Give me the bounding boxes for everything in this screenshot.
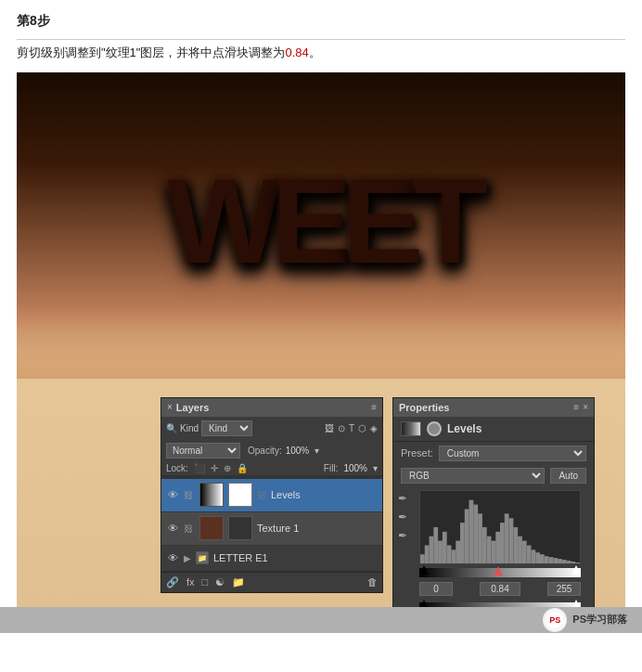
- histogram-svg: [420, 491, 580, 563]
- svg-rect-3: [433, 527, 438, 563]
- layer-group-arrow-icon[interactable]: ▶: [184, 553, 191, 563]
- svg-rect-29: [549, 557, 554, 563]
- svg-rect-21: [513, 527, 518, 563]
- layers-search-row: 🔍 Kind Kind 🖼 ⊙ T ⬡ ◈: [161, 417, 382, 440]
- svg-rect-20: [509, 518, 514, 563]
- layer-texture-link: ⛓: [184, 523, 195, 534]
- preset-row: Preset: Custom: [393, 442, 594, 465]
- svg-rect-0: [420, 554, 425, 563]
- fx-icon[interactable]: fx: [186, 576, 195, 588]
- layer-texture-row[interactable]: 👁 ⛓ Texture 1: [161, 512, 382, 546]
- desc-text-2: 。: [309, 45, 321, 59]
- properties-collapse-icon[interactable]: ≡: [573, 402, 579, 412]
- black-input-handle[interactable]: [419, 565, 429, 575]
- svg-rect-35: [575, 562, 580, 563]
- choc-letter-E2: E: [343, 151, 415, 291]
- layers-title-left: × Layers: [167, 402, 209, 413]
- lock-checkerboard-icon[interactable]: ⬛: [194, 463, 205, 473]
- auto-button[interactable]: Auto: [550, 468, 586, 484]
- output-slider-track: [419, 602, 581, 607]
- properties-icons-right: ≡ ×: [573, 402, 588, 412]
- channel-select[interactable]: RGB: [401, 468, 545, 484]
- layer-icon-adj: ⊙: [338, 423, 345, 433]
- input-max-field[interactable]: [547, 582, 581, 596]
- svg-rect-31: [558, 559, 562, 563]
- layers-title-text: Layers: [176, 402, 209, 413]
- layer-group-row[interactable]: 👁 ▶ 📁 LETTER E1: [161, 546, 382, 572]
- black-eyedropper-icon[interactable]: ✒: [398, 492, 407, 505]
- white-input-handle[interactable]: [571, 565, 581, 575]
- layer-levels-link: ⛓: [184, 490, 195, 500]
- svg-rect-22: [518, 536, 522, 563]
- svg-rect-24: [527, 545, 532, 563]
- chocolate-background: W E E T: [17, 72, 625, 379]
- choc-letter-W: W: [167, 151, 272, 291]
- svg-rect-30: [553, 558, 558, 563]
- fill-dropdown-icon[interactable]: ▾: [373, 463, 378, 473]
- output-levels-area: [419, 602, 581, 607]
- svg-rect-2: [430, 536, 434, 563]
- blend-mode-row: Normal Opacity: 100% ▾: [161, 440, 382, 461]
- layer-levels-mask: [228, 483, 252, 507]
- layer-texture-mask: [228, 516, 252, 540]
- layer-levels-row[interactable]: 👁 ⛓ ⛓ Levels: [161, 479, 382, 512]
- adjustment-icon[interactable]: ☯: [215, 576, 225, 588]
- layers-menu-icon[interactable]: ≡: [371, 402, 377, 412]
- kind-label: Kind: [180, 423, 199, 433]
- properties-title-text: Properties: [399, 402, 449, 413]
- layer-icon-img: 🖼: [325, 423, 334, 433]
- svg-rect-19: [505, 513, 509, 563]
- step-description: 剪切级别调整到"纹理1"图层，并将中点滑块调整为0.84。: [17, 44, 625, 63]
- layers-close-icon[interactable]: ×: [167, 402, 173, 412]
- blend-mode-select[interactable]: Normal: [166, 443, 240, 459]
- watermark: PS PS学习部落: [543, 608, 627, 632]
- svg-rect-8: [456, 540, 460, 562]
- choc-bottom-gradient: [17, 304, 625, 379]
- mid-input-handle[interactable]: [494, 566, 503, 575]
- svg-rect-10: [465, 509, 469, 563]
- svg-rect-28: [545, 556, 549, 563]
- layer-levels-visibility[interactable]: 👁: [166, 488, 179, 501]
- folder-icon[interactable]: 📁: [232, 576, 245, 588]
- input-min-field[interactable]: [419, 582, 453, 596]
- mask-icon[interactable]: □: [202, 576, 209, 588]
- delete-icon[interactable]: 🗑: [367, 576, 378, 588]
- kind-dropdown[interactable]: Kind: [201, 420, 252, 436]
- layer-group-name: LETTER E1: [213, 552, 378, 563]
- layer-group-visibility[interactable]: 👁: [166, 551, 179, 564]
- gray-eyedropper-icon[interactable]: ✒: [398, 510, 407, 523]
- svg-rect-11: [469, 500, 474, 563]
- lock-icon[interactable]: 🔒: [237, 463, 248, 473]
- input-mid-field-wrapper: [456, 582, 544, 596]
- lock-artboard-icon[interactable]: ⊕: [224, 463, 231, 473]
- lock-label: Lock:: [166, 463, 188, 473]
- histogram-area: [419, 490, 581, 564]
- input-mid-field[interactable]: [480, 582, 520, 596]
- lock-move-icon[interactable]: ✛: [211, 463, 218, 473]
- layer-texture-visibility[interactable]: 👁: [166, 522, 179, 535]
- fill-label: Fill:: [324, 463, 339, 473]
- properties-panel: Properties ≡ × Levels Preset: Custom RGB…: [392, 397, 595, 607]
- properties-close-icon[interactable]: ×: [583, 402, 588, 412]
- histogram-section: ✒ ✒ ✒: [393, 486, 594, 607]
- opacity-dropdown-icon[interactable]: ▾: [315, 446, 319, 456]
- preset-select[interactable]: Custom: [439, 446, 586, 461]
- svg-rect-25: [531, 549, 535, 563]
- svg-rect-23: [522, 540, 527, 562]
- output-black-handle[interactable]: [419, 600, 429, 607]
- channel-row: RGB Auto: [393, 465, 594, 486]
- svg-rect-1: [425, 545, 430, 563]
- link-icon[interactable]: 🔗: [166, 576, 179, 588]
- layer-visibility-toggle[interactable]: [427, 421, 442, 436]
- eyedropper-sidebar: ✒ ✒ ✒: [393, 486, 412, 607]
- layers-footer: 🔗 fx □ ☯ 📁 🗑: [161, 572, 382, 592]
- input-slider-track: [419, 568, 581, 577]
- layer-group-icon: 📁: [196, 551, 209, 564]
- main-image-area: W E E T × Layers ≡ 🔍 Kind Kind 🖼 ⊙: [17, 72, 625, 607]
- white-eyedropper-icon[interactable]: ✒: [398, 529, 407, 542]
- lock-row: Lock: ⬛ ✛ ⊕ 🔒 Fill: 100% ▾: [161, 461, 382, 475]
- opacity-value: 100%: [286, 446, 310, 456]
- layer-icon-shape: ⬡: [358, 423, 366, 433]
- output-white-handle[interactable]: [571, 600, 581, 607]
- svg-rect-26: [535, 552, 540, 563]
